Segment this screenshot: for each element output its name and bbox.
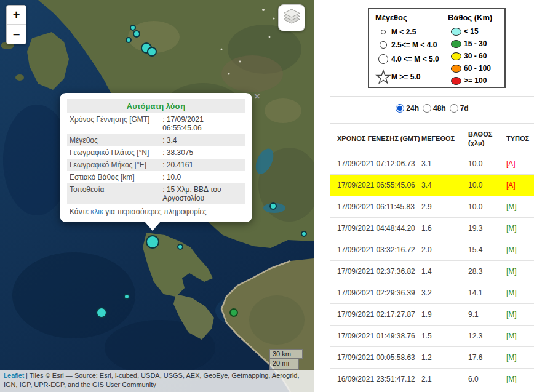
cell-time: 17/09/2021 03:32:16.72 [337,246,421,254]
table-row[interactable]: 17/09/2021 07:12:06.733.110.0[A] [330,153,534,175]
cell-time: 17/09/2021 00:05:58.63 [337,353,421,362]
leaflet-link[interactable]: Leaflet [4,372,24,379]
magnitude-legend-title: Μέγεθος [375,13,448,22]
cell-type: [M] [506,289,534,297]
earthquake-marker[interactable] [147,47,157,57]
earthquake-marker[interactable] [126,37,132,43]
depth-legend-title: Βάθος (Km) [448,13,500,22]
cell-type: [M] [506,267,534,276]
popup-row-value: : 15 Χλμ. ΒΒΔ του Αργοστολίου [161,183,245,204]
table-row[interactable]: 17/09/2021 01:49:38.761.512.3[M] [330,326,534,347]
attribution-text: | Tiles © Esri — Source: Esri, i-cubed, … [4,372,300,388]
radio-24h[interactable] [396,104,404,113]
popup-row-label: Τοποθεσία [67,183,161,204]
map[interactable]: + − 30 km 20 mi Leaflet | Tiles © Esri —… [0,0,314,392]
medium-circle-icon [375,41,391,49]
cell-time: 17/09/2021 07:12:06.73 [337,159,421,168]
popup-tip [145,222,161,231]
time-filter: 24h48h7d [330,100,534,116]
popup-row-value: : 17/09/2021 06:55:45.06 [161,113,245,134]
depth-label: 30 - 60 [464,52,487,60]
cell-time: 17/09/2021 02:17:27.87 [337,310,421,319]
cell-depth: 10.0 [468,202,506,211]
cell-magnitude: 1.2 [421,353,468,362]
earthquake-marker[interactable] [301,231,307,237]
depth-legend-item: < 15 [448,25,500,38]
layers-icon [281,7,302,29]
earthquake-marker[interactable] [269,202,277,210]
header-type: ΤΥΠΟΣ [506,135,534,143]
map-zoom-control: + − [6,5,26,44]
radio-48h[interactable] [423,104,431,113]
cell-time: 17/09/2021 04:48:44.20 [337,224,421,233]
earthquake-marker[interactable] [124,294,130,300]
earthquake-marker[interactable] [96,307,107,318]
earthquake-marker[interactable] [229,308,238,317]
cell-time: 17/09/2021 02:29:36.39 [337,289,421,297]
header-magnitude: ΜΕΓΕΘΟΣ [421,135,468,143]
depth-color-icon [448,65,464,73]
table-row[interactable]: 17/09/2021 04:48:44.201.619.3[M] [330,218,534,239]
radio-7d[interactable] [450,104,458,113]
earthquake-popup: × Αυτόματη λύση Χρόνος Γέννησης [GMT]: 1… [60,93,252,222]
table-row[interactable]: 16/09/2021 23:51:47.122.16.0[M] [330,369,534,390]
legend: Μέγεθος M < 2.5 2.5<= M < 4.0 4.0 <= M <… [368,8,506,88]
cell-type: [A] [506,181,534,190]
depth-color-icon [448,52,464,60]
more-info-link[interactable]: κλικ [90,207,103,216]
time-filter-option-7d[interactable]: 7d [450,104,469,113]
table-row[interactable]: 17/09/2021 00:05:58.631.217.6[M] [330,347,534,369]
magnitude-legend-item: 4.0 <= M < 5.0 [375,51,448,67]
popup-row: Γεωγραφικό Πλάτος [°N]: 38.3075 [67,146,245,159]
divider [330,96,534,97]
table-row[interactable]: 17/09/2021 06:55:45.063.410.0[A] [330,175,534,196]
cell-depth: 19.3 [468,224,506,233]
scale-km: 30 km [269,349,303,359]
large-circle-icon [375,54,391,64]
cell-magnitude: 3.2 [421,289,468,297]
cell-type: [M] [506,310,534,319]
popup-row: Χρόνος Γέννησης [GMT]: 17/09/2021 06:55:… [67,113,245,134]
layers-control[interactable] [278,4,305,31]
depth-label: >= 100 [464,76,487,85]
table-row[interactable]: 17/09/2021 02:29:36.393.214.1[M] [330,282,534,304]
cell-depth: 6.0 [468,375,506,383]
depth-legend-item: 60 - 100 [448,62,500,74]
earthquake-marker[interactable] [177,244,183,250]
cell-magnitude: 1.4 [421,267,468,276]
cell-time: 17/09/2021 02:37:36.82 [337,267,421,276]
popup-title: Αυτόματη λύση [67,99,245,113]
earthquake-marker[interactable] [146,235,159,249]
cell-depth: 12.3 [468,332,506,340]
cell-depth: 15.4 [468,246,506,254]
magnitude-legend-item: M >= 5.0 [375,67,448,87]
earthquake-marker[interactable] [133,30,140,38]
zoom-out-button[interactable]: − [7,25,26,44]
table-row[interactable]: 17/09/2021 06:11:45.832.910.0[M] [330,196,534,218]
table-row[interactable]: 17/09/2021 03:32:16.722.015.4[M] [330,239,534,261]
magnitude-label: M >= 5.0 [391,73,420,81]
cell-type: [M] [506,202,534,211]
popup-close-button[interactable]: × [254,91,260,102]
cell-depth: 28.3 [468,267,506,276]
star-icon [375,68,391,86]
magnitude-label: M < 2.5 [391,28,416,36]
magnitude-legend-item: 2.5<= M < 4.0 [375,38,448,51]
popup-row-label: Χρόνος Γέννησης [GMT] [67,113,161,134]
time-filter-option-48h[interactable]: 48h [423,104,446,113]
depth-color-icon [448,28,464,36]
cell-depth: 10.0 [468,181,506,190]
zoom-in-button[interactable]: + [7,6,26,25]
time-filter-label: 7d [460,104,469,113]
popup-footer-pre: Κάντε [70,207,90,216]
popup-row: Μέγεθος: 3.4 [67,134,245,146]
cell-depth: 14.1 [468,289,506,297]
table-row[interactable]: 17/09/2021 02:37:36.821.428.3[M] [330,261,534,282]
time-filter-option-24h[interactable]: 24h [396,104,419,113]
popup-row: Εστιακό Βάθος [km]: 10.0 [67,171,245,183]
popup-row-value: : 38.3075 [161,146,245,159]
table-row[interactable]: 17/09/2021 02:17:27.871.99.1[M] [330,304,534,326]
divider [330,123,534,124]
popup-row-label: Εστιακό Βάθος [km] [67,171,161,183]
attribution: Leaflet | Tiles © Esri — Source: Esri, i… [0,370,314,392]
